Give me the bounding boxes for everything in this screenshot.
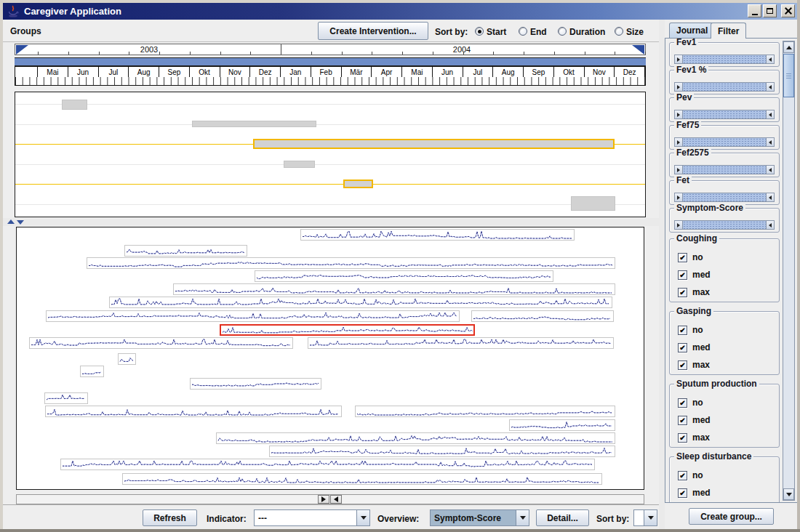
minimize-button[interactable] — [748, 4, 761, 17]
slider-track[interactable] — [683, 193, 766, 201]
range-start-handle-icon[interactable] — [16, 45, 28, 55]
slider-track[interactable] — [683, 55, 766, 63]
checkbox-sputum-production-max[interactable]: ✔ — [678, 433, 687, 443]
timeseries-row-selected[interactable] — [220, 324, 475, 336]
checkbox-sleep-disturbance-no[interactable]: ✔ — [678, 471, 687, 480]
range-slider-fef75[interactable] — [674, 137, 775, 147]
gantt-bar[interactable] — [253, 139, 615, 149]
range-slider-fef2575[interactable] — [674, 165, 775, 174]
slider-left-handle[interactable] — [675, 55, 683, 63]
checkbox-coughing-max[interactable]: ✔ — [678, 288, 687, 297]
filter-scrollbar[interactable] — [783, 41, 795, 501]
gantt-bar[interactable] — [62, 100, 87, 110]
scrollbar-thumb[interactable] — [783, 54, 794, 97]
checkbox-label[interactable]: max — [692, 360, 710, 370]
range-slider-pev[interactable] — [674, 110, 775, 119]
checkbox-coughing-no[interactable]: ✔ — [678, 253, 687, 262]
detail-button[interactable]: Detail... — [536, 509, 589, 526]
timeseries-row[interactable] — [109, 297, 612, 308]
timeseries-row[interactable] — [509, 419, 615, 431]
timeseries-row[interactable] — [45, 406, 342, 417]
slider-left-handle[interactable] — [675, 193, 683, 201]
timeseries-row[interactable] — [122, 473, 602, 485]
timeseries-row[interactable] — [173, 283, 615, 295]
create-group-button[interactable]: Create group... — [689, 508, 774, 525]
splitter-down-icon[interactable] — [17, 220, 24, 225]
close-button[interactable] — [781, 4, 795, 17]
timeseries-row[interactable] — [80, 366, 104, 377]
timeseries-row[interactable] — [60, 459, 595, 470]
checkbox-label[interactable]: max — [692, 287, 710, 297]
timeseries-row[interactable] — [269, 446, 615, 457]
gantt-bar[interactable] — [284, 161, 315, 168]
bottom-sort-dropdown-button[interactable] — [644, 510, 657, 525]
slider-right-handle[interactable] — [766, 110, 774, 118]
overview-dropdown-button[interactable] — [516, 510, 529, 525]
checkbox-label[interactable]: med — [692, 415, 711, 425]
sort-radio-label-end[interactable]: End — [530, 27, 547, 37]
gantt-bar[interactable] — [192, 121, 316, 127]
sort-radio-duration[interactable] — [558, 27, 567, 36]
checkbox-gasping-no[interactable]: ✔ — [678, 326, 687, 335]
horizontal-splitter[interactable] — [3, 218, 659, 226]
timeseries-row[interactable] — [216, 432, 615, 444]
sort-radio-label-size[interactable]: Size — [626, 27, 644, 37]
checkbox-label[interactable]: med — [692, 488, 711, 498]
slider-track[interactable] — [683, 83, 766, 91]
timeseries-row[interactable] — [308, 337, 614, 349]
tab-filter[interactable]: Filter — [711, 23, 746, 39]
checkbox-sleep-disturbance-med[interactable]: ✔ — [678, 488, 687, 498]
checkbox-label[interactable]: no — [692, 398, 703, 408]
checkbox-label[interactable]: med — [692, 270, 711, 280]
slider-track[interactable] — [683, 166, 766, 174]
checkbox-label[interactable]: no — [692, 252, 703, 262]
sort-radio-label-start[interactable]: Start — [487, 27, 506, 37]
collapse-left-button[interactable] — [330, 495, 342, 504]
checkbox-coughing-med[interactable]: ✔ — [678, 270, 687, 280]
slider-right-handle[interactable] — [766, 166, 774, 174]
checkbox-gasping-max[interactable]: ✔ — [678, 360, 687, 370]
slider-track[interactable] — [683, 221, 766, 229]
gantt-bar[interactable] — [343, 180, 373, 188]
slider-track[interactable] — [683, 110, 766, 118]
slider-left-handle[interactable] — [675, 166, 683, 174]
sort-radio-start[interactable] — [475, 27, 484, 36]
range-end-handle-icon[interactable] — [632, 45, 644, 55]
splitter-up-icon[interactable] — [7, 219, 15, 224]
checkbox-sputum-production-no[interactable]: ✔ — [678, 398, 687, 408]
refresh-button[interactable]: Refresh — [143, 509, 197, 526]
slider-left-handle[interactable] — [675, 221, 683, 229]
maximize-button[interactable] — [763, 4, 777, 17]
checkbox-label[interactable]: no — [692, 325, 703, 335]
timeseries-row[interactable] — [471, 310, 614, 322]
bottom-sort-combobox[interactable] — [633, 509, 657, 526]
slider-track[interactable] — [683, 138, 766, 146]
checkbox-sputum-production-med[interactable]: ✔ — [678, 416, 687, 425]
checkbox-label[interactable]: no — [692, 470, 703, 480]
timeseries-row[interactable] — [300, 229, 575, 241]
timeseries-row[interactable] — [46, 310, 460, 322]
slider-left-handle[interactable] — [675, 83, 683, 91]
vertical-splitter[interactable] — [659, 20, 665, 529]
sort-radio-label-duration[interactable]: Duration — [569, 27, 605, 37]
scroll-down-button[interactable] — [783, 488, 794, 500]
checkbox-label[interactable]: max — [692, 432, 710, 443]
range-slider-fet[interactable] — [674, 193, 775, 202]
sort-radio-end[interactable] — [519, 27, 527, 36]
slider-right-handle[interactable] — [766, 55, 774, 63]
tab-journal[interactable]: Journal — [669, 23, 715, 38]
slider-right-handle[interactable] — [766, 193, 774, 201]
timeseries-row[interactable] — [124, 245, 247, 257]
indicator-combobox[interactable]: --- — [254, 509, 370, 526]
timeseries-row[interactable] — [44, 392, 88, 404]
overview-combobox[interactable]: Symptom-Score — [430, 509, 529, 526]
gantt-bar[interactable] — [571, 196, 615, 211]
slider-right-handle[interactable] — [766, 83, 774, 91]
range-slider-fev1[interactable] — [674, 82, 775, 92]
slider-right-handle[interactable] — [766, 138, 774, 146]
slider-right-handle[interactable] — [766, 221, 774, 229]
slider-left-handle[interactable] — [675, 138, 683, 146]
range-slider-symptomscore[interactable] — [674, 220, 775, 230]
scroll-up-button[interactable] — [783, 41, 794, 53]
timeseries-row[interactable] — [355, 406, 615, 417]
